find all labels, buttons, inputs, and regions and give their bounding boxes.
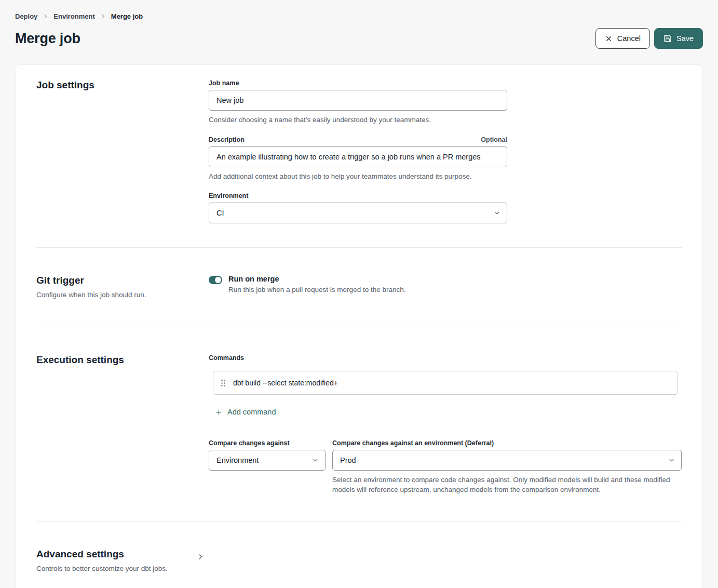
save-button-label: Save [676,34,694,43]
section-execution-settings-form: Commands dbt build --select state:modifi… [209,354,682,495]
advanced-settings-subtitle: Controls to better customize your dbt jo… [36,565,168,572]
job-name-helper: Consider choosing a name that's easily u… [209,115,507,125]
section-advanced-settings-right [209,549,682,572]
section-execution-settings-left: Execution settings [36,354,209,495]
toggle-knob [215,277,221,283]
compare-row: Compare changes against Environment Comp… [209,439,682,495]
chevron-down-icon [312,457,319,463]
section-job-settings-left: Job settings [36,79,209,223]
deferral-value: Prod [340,456,356,464]
job-name-field-group: Job name Consider choosing a name that's… [209,79,507,125]
breadcrumb-deploy[interactable]: Deploy [15,12,37,20]
section-git-trigger-form: Run on merge Run this job when a pull re… [209,275,682,299]
deferral-group: Compare changes against an environment (… [332,439,682,495]
run-on-merge-label: Run on merge [228,275,405,283]
command-row[interactable]: dbt build --select state:modified+ [213,371,678,395]
job-name-label: Job name [209,79,507,87]
environment-label: Environment [209,192,507,199]
plus-icon [215,408,223,416]
page-header: Deploy Environment Merge job Merge job C… [0,0,718,49]
chevron-down-icon [494,210,500,217]
header-actions: Cancel Save [595,28,703,49]
deferral-label: Compare changes against an environment (… [332,439,682,447]
merge-job-page: Deploy Environment Merge job Merge job C… [0,0,718,588]
add-command-button[interactable]: Add command [215,408,276,416]
section-job-settings-form: Job name Consider choosing a name that's… [209,79,682,223]
environment-field-group: Environment CI [209,192,507,223]
compare-against-label: Compare changes against [209,439,326,447]
breadcrumb: Deploy Environment Merge job [15,12,703,20]
breadcrumb-environment[interactable]: Environment [53,12,94,20]
description-helper: Add additional context about this job to… [209,171,507,182]
section-git-trigger: Git trigger Configure when this job shou… [36,247,682,326]
save-icon [663,34,672,43]
git-trigger-heading: Git trigger [36,275,209,286]
compare-against-group: Compare changes against Environment [209,439,326,495]
section-advanced-settings-left: Advanced settings Controls to better cus… [36,549,209,572]
drag-handle-icon[interactable] [221,379,226,387]
compare-against-value: Environment [216,456,259,464]
description-field-group: Description Optional Add additional cont… [209,136,507,182]
compare-against-select[interactable]: Environment [209,450,326,471]
run-on-merge-toggle[interactable] [209,276,222,284]
run-on-merge-text: Run on merge Run this job when a pull re… [228,275,405,293]
deferral-select[interactable]: Prod [332,450,682,471]
description-label-row: Description Optional [209,136,507,146]
chevron-right-icon [100,14,106,19]
save-button[interactable]: Save [654,28,703,49]
job-settings-heading: Job settings [36,79,209,91]
run-on-merge-row: Run on merge Run this job when a pull re… [209,275,682,293]
page-title: Merge job [15,31,80,47]
chevron-down-icon [668,457,675,463]
environment-select-value: CI [216,209,224,217]
command-text: dbt build --select state:modified+ [233,379,338,387]
optional-tag: Optional [481,136,507,143]
advanced-settings-heading: Advanced settings [36,549,168,560]
section-execution-settings: Execution settings Commands dbt build --… [36,326,682,521]
section-advanced-settings: Advanced settings Controls to better cus… [36,521,682,588]
execution-settings-heading: Execution settings [36,354,209,366]
description-input[interactable] [209,146,507,167]
advanced-settings-text: Advanced settings Controls to better cus… [36,549,168,572]
chevron-right-icon[interactable] [197,553,204,572]
breadcrumb-merge-job: Merge job [111,12,143,20]
section-job-settings: Job settings Job name Consider choosing … [36,65,682,247]
job-name-input[interactable] [209,90,507,111]
chevron-right-icon [43,14,48,19]
description-label: Description [209,136,245,143]
environment-select[interactable]: CI [209,203,507,223]
title-row: Merge job Cancel Save [15,28,703,49]
cancel-button[interactable]: Cancel [595,28,650,49]
section-git-trigger-left: Git trigger Configure when this job shou… [36,275,209,299]
cancel-button-label: Cancel [617,34,641,43]
commands-label: Commands [209,354,682,362]
close-icon [605,35,613,43]
run-on-merge-description: Run this job when a pull request is merg… [228,286,405,293]
deferral-helper: Select an environment to compare code ch… [332,475,675,495]
add-command-label: Add command [227,408,276,416]
job-settings-card: Job settings Job name Consider choosing … [16,64,702,588]
git-trigger-subtitle: Configure when this job should run. [36,291,209,299]
